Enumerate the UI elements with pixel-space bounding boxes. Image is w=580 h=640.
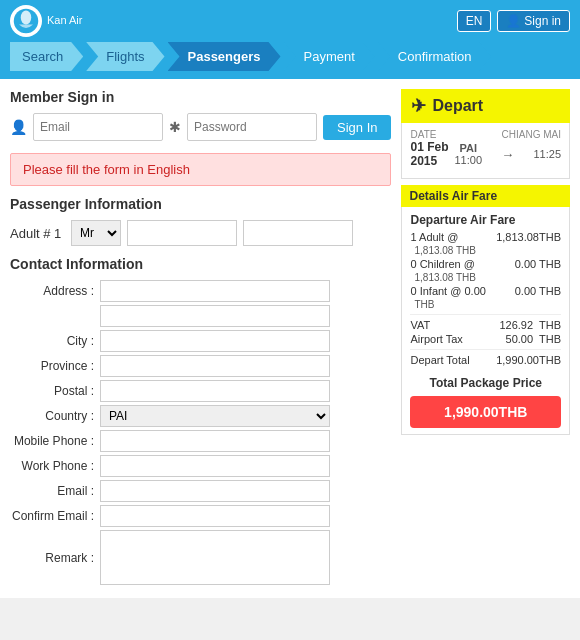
tab-payment-label: Payment xyxy=(304,49,355,64)
email-input[interactable] xyxy=(33,113,163,141)
address-row: Address : xyxy=(10,280,391,302)
infant-fare-amount: 0.00 THB xyxy=(515,285,561,297)
tab-passengers[interactable]: Passengers xyxy=(168,42,281,71)
language-button[interactable]: EN xyxy=(457,10,492,32)
tab-flights[interactable]: Flights xyxy=(86,42,164,71)
tab-passengers-label: Passengers xyxy=(188,49,261,64)
tab-payment[interactable]: Payment xyxy=(284,42,375,71)
adult-fare-amount: 1,813.08THB xyxy=(496,231,561,243)
member-signin-title: Member Sign in xyxy=(10,89,391,105)
to-time: 11:25 xyxy=(533,148,561,160)
postal-label: Postal : xyxy=(10,384,100,398)
header-signin-button[interactable]: 👤 Sign in xyxy=(497,10,570,32)
address-label: Address : xyxy=(10,284,100,298)
depart-total-label: Depart Total xyxy=(410,354,496,366)
tab-confirmation[interactable]: Confirmation xyxy=(378,42,492,71)
mobile-label: Mobile Phone : xyxy=(10,434,100,448)
mobile-row: Mobile Phone : xyxy=(10,430,391,452)
infant-fare-label: 0 Infant @ 0.00 xyxy=(410,285,514,297)
logo-area: Kan Air xyxy=(10,5,82,37)
address2-row xyxy=(10,305,391,327)
date-value: 01 Feb xyxy=(410,140,448,154)
passenger-title-select[interactable]: Mr Mrs Ms xyxy=(71,220,121,246)
lock-field-icon: ✱ xyxy=(169,119,181,135)
remark-label: Remark : xyxy=(10,551,100,565)
airport-tax-unit: THB xyxy=(539,333,561,345)
vat-label: VAT xyxy=(410,319,499,331)
passenger-label: Adult # 1 xyxy=(10,226,65,241)
vat-price: 126.92 xyxy=(499,319,533,331)
svg-point-1 xyxy=(21,11,32,25)
passenger-section-title: Passenger Information xyxy=(10,196,391,212)
postal-input[interactable] xyxy=(100,380,330,402)
to-station: 11:25 xyxy=(533,148,561,160)
adult-fare-row: 1 Adult @ 1,813.08THB xyxy=(410,231,561,243)
children-fare-row: 0 Children @ 0.00 THB xyxy=(410,258,561,270)
signin-button[interactable]: Sign In xyxy=(323,115,391,140)
date-label: DATE xyxy=(410,129,448,140)
address2-input[interactable] xyxy=(100,305,330,327)
country-select[interactable]: PAI xyxy=(100,405,330,427)
airport-tax-price: 50.00 xyxy=(506,333,534,345)
header: Kan Air EN 👤 Sign in xyxy=(0,0,580,42)
adult-fare-sub: 1,813.08 THB xyxy=(410,245,561,256)
children-fare-sub: 1,813.08 THB xyxy=(410,272,561,283)
children-fare-label: 0 Children @ xyxy=(410,258,514,270)
right-panel: ✈ Depart DATE 01 Feb 2015 CHIANG MAI PAI xyxy=(401,89,570,588)
remark-textarea[interactable] xyxy=(100,530,330,585)
email-row: Email : xyxy=(10,480,391,502)
workphone-input[interactable] xyxy=(100,455,330,477)
depart-total-row: Depart Total 1,990.00THB xyxy=(410,354,561,366)
date-col: DATE 01 Feb 2015 xyxy=(410,129,448,168)
tab-search[interactable]: Search xyxy=(10,42,83,71)
city-row: City : xyxy=(10,330,391,352)
fare-section: Departure Air Fare 1 Adult @ 1,813.08THB… xyxy=(401,207,570,435)
passenger-section: Passenger Information Adult # 1 Mr Mrs M… xyxy=(10,196,391,246)
email-label: Email : xyxy=(10,484,100,498)
main-content: Member Sign in 👤 ✱ Sign In Please fill t… xyxy=(0,79,580,598)
depart-header: ✈ Depart xyxy=(401,89,570,123)
route-times-row: PAI 11:00 → 11:25 xyxy=(455,142,562,166)
passenger-firstname-input[interactable] xyxy=(127,220,237,246)
person-field-icon: 👤 xyxy=(10,119,27,135)
infant-fare-row: 0 Infant @ 0.00 0.00 THB xyxy=(410,285,561,297)
from-station: PAI 11:00 xyxy=(455,142,483,166)
city-input[interactable] xyxy=(100,330,330,352)
logo-text: Kan Air xyxy=(47,14,82,27)
province-label: Province : xyxy=(10,359,100,373)
passenger-row: Adult # 1 Mr Mrs Ms xyxy=(10,220,391,246)
fare-divider xyxy=(410,314,561,315)
address1-input[interactable] xyxy=(100,280,330,302)
contact-section-title: Contact Information xyxy=(10,256,391,272)
plane-icon: ✈ xyxy=(411,95,426,117)
vat-row: VAT 126.92 THB xyxy=(410,319,561,331)
destination-header: CHIANG MAI xyxy=(455,129,562,140)
confirm-email-input[interactable] xyxy=(100,505,330,527)
tab-confirmation-label: Confirmation xyxy=(398,49,472,64)
mobile-input[interactable] xyxy=(100,430,330,452)
password-input[interactable] xyxy=(187,113,317,141)
details-header: Details Air Fare xyxy=(401,185,570,207)
left-panel: Member Sign in 👤 ✱ Sign In Please fill t… xyxy=(10,89,391,588)
person-icon: 👤 xyxy=(506,14,521,28)
city-label: City : xyxy=(10,334,100,348)
confirm-email-row: Confirm Email : xyxy=(10,505,391,527)
province-input[interactable] xyxy=(100,355,330,377)
signin-row: 👤 ✱ Sign In xyxy=(10,113,391,141)
nav-tabs: Search Flights Passengers Payment Confir… xyxy=(0,42,580,79)
province-row: Province : xyxy=(10,355,391,377)
route-info: CHIANG MAI PAI 11:00 → 11:25 xyxy=(455,129,562,166)
signin-label: Sign in xyxy=(524,14,561,28)
member-signin-section: Member Sign in 👤 ✱ Sign In xyxy=(10,89,391,141)
email-field[interactable] xyxy=(100,480,330,502)
route-arrow-icon: → xyxy=(501,147,514,162)
total-price-button[interactable]: 1,990.00THB xyxy=(410,396,561,428)
country-row: Country : PAI xyxy=(10,405,391,427)
details-label: Details Air Fare xyxy=(409,189,497,203)
workphone-row: Work Phone : xyxy=(10,455,391,477)
airport-tax-amount: 50.00 THB xyxy=(506,333,561,345)
passenger-lastname-input[interactable] xyxy=(243,220,353,246)
logo-brand: Kan Air xyxy=(47,14,82,27)
warning-box: Please fill the form in English xyxy=(10,153,391,186)
postal-row: Postal : xyxy=(10,380,391,402)
